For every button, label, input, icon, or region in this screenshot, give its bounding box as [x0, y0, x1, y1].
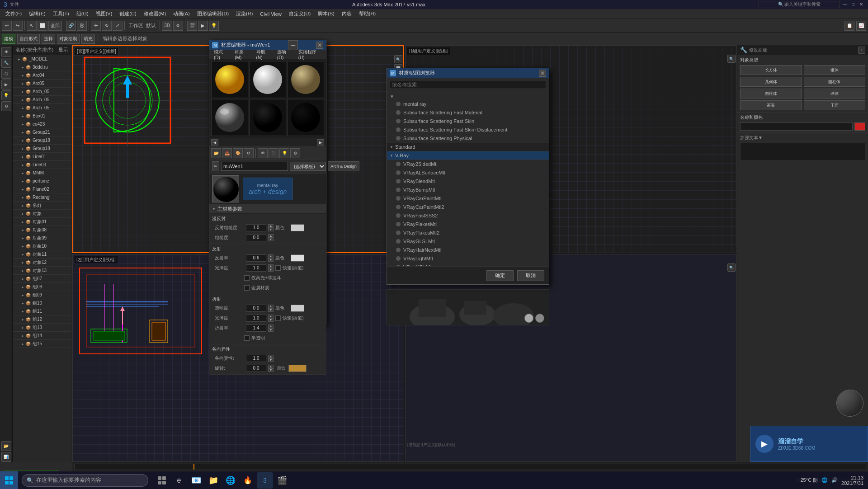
tree-item[interactable]: ▸📦对象09 [13, 234, 71, 242]
taskbar-app-firefox[interactable]: 🔥 [240, 472, 256, 489]
cylinder-btn[interactable]: 图柱体 [740, 89, 802, 99]
tree-item[interactable]: ▸📦组10 [13, 299, 71, 307]
plane-btn[interactable]: 干面 [804, 100, 866, 110]
layer-explorer-btn[interactable]: 📊 [1, 452, 11, 462]
right-panel-controls[interactable]: + [858, 47, 865, 54]
tree-item[interactable]: ▸📦perfume [13, 177, 71, 185]
transparency-input[interactable] [246, 305, 266, 312]
tree-item[interactable]: ▸📦3ddd.ru [13, 63, 71, 71]
menu-edit[interactable]: 编辑(E) [25, 9, 49, 18]
timeline-playhead[interactable] [193, 464, 194, 470]
menu-script[interactable]: 脚本(S) [314, 9, 338, 18]
arch-design-btn[interactable]: Arch & Design [328, 161, 359, 171]
paint-btn[interactable]: 对象绘制 [57, 34, 80, 44]
tree-item[interactable]: ▸📦组12 [13, 315, 71, 324]
utility-panel-btn[interactable]: ⚙ [1, 101, 11, 111]
tree-item[interactable]: ▸📦对象08 [13, 226, 71, 234]
prev-btn[interactable] [524, 314, 533, 323]
mat-mode-menu[interactable]: 模式(D) [211, 48, 231, 61]
add-modifier-btn[interactable]: + [858, 47, 865, 54]
tree-item[interactable]: ▸📦Arc04 [13, 71, 71, 80]
vray-category-header[interactable]: V-Ray [387, 151, 549, 160]
render-setup-btn[interactable]: 🎬 [187, 21, 197, 31]
diffuse-color-swatch[interactable] [291, 224, 304, 231]
browser-ok-btn[interactable]: 确定 [486, 270, 514, 281]
maximize-btn[interactable]: □ [850, 1, 856, 7]
refr-color-swatch[interactable] [291, 305, 304, 312]
menu-view[interactable]: 视图(V) [92, 9, 116, 18]
standard-category-header[interactable]: Standard [387, 143, 549, 151]
object-name-input[interactable] [740, 122, 853, 131]
menu-group[interactable]: 组(G) [73, 9, 92, 18]
glossiness-input[interactable] [246, 264, 266, 272]
tree-item[interactable]: ▸📦组08 [13, 283, 71, 291]
mat-sphere-1[interactable] [211, 61, 248, 98]
mat-sphere-5[interactable] [249, 99, 286, 136]
sphere-btn[interactable]: 几何体 [740, 77, 802, 87]
tree-item[interactable]: ▸📦组14 [13, 332, 71, 340]
tree-item[interactable]: ▸📦组13 [13, 324, 71, 332]
window-controls[interactable]: 🔍 输入关键字和搜索 — □ ✕ [759, 1, 864, 8]
browser-item-ss-skin[interactable]: Subsurface Scattering Fast Skin [387, 117, 549, 126]
mat-sphere-3[interactable] [287, 61, 324, 98]
translucency-checkbox[interactable] [244, 335, 250, 341]
redo-btn[interactable]: ↪ [13, 21, 23, 31]
diffuse-roughness-spinner[interactable]: ▲▼ [268, 224, 274, 231]
tree-item[interactable]: ▸📦Rectangl [13, 193, 71, 202]
select-btn[interactable]: ↖ [27, 21, 37, 31]
scene-explorer-btn[interactable]: 📂 [1, 441, 11, 451]
tree-item[interactable]: ▸📦吊灯 [13, 202, 71, 210]
render-btn[interactable]: ▶ [198, 21, 208, 31]
box-btn[interactable]: 长方体 [740, 65, 802, 75]
refr-ior-input[interactable] [246, 315, 266, 322]
start-button[interactable] [0, 471, 18, 489]
rotation-input[interactable] [246, 365, 266, 372]
activeshade-btn[interactable]: 💡 [209, 21, 219, 31]
tree-item[interactable]: ▸📦Box01 [13, 112, 71, 120]
tree-item[interactable]: ▸📦组15 [13, 340, 71, 348]
link-btn[interactable]: 🔗 [66, 21, 76, 31]
tree-item[interactable]: ▸📦_MODEL [13, 55, 71, 63]
taskbar-app-folder[interactable]: 📁 [205, 472, 222, 489]
unlink-btn[interactable]: ⛓ [77, 21, 87, 31]
tree-item[interactable]: ▸📦Line01 [13, 153, 71, 161]
mat-sphere-6[interactable] [287, 99, 324, 136]
refl-color-swatch[interactable] [291, 254, 304, 262]
browser-item-vraycar2[interactable]: VRayCarPaintMtl2 [387, 203, 549, 212]
metal-checkbox[interactable] [244, 285, 250, 291]
sphere-scroll-left-btn[interactable]: ◀ [211, 139, 218, 146]
browser-item-vrayhair[interactable]: VRayHairNextMtl [387, 246, 549, 254]
rotation-color-swatch[interactable] [288, 365, 307, 372]
diffuse-rough2-input[interactable] [246, 234, 266, 241]
browser-item-vrayglsl[interactable]: VRayGLSLMtl [387, 237, 549, 246]
tree-item[interactable]: ▸📦Arch_05 [13, 88, 71, 96]
browser-item-ss-disp[interactable]: Subsurface Scattering Fast Skin+Displace… [387, 126, 549, 134]
tree-item[interactable]: ▸📦Group18 [13, 145, 71, 153]
minimize-btn[interactable]: — [842, 1, 848, 7]
scene-tree[interactable]: ▸📦_MODEL▸📦3ddd.ru▸📦Arc04▸📦Arc05▸📦Arch_05… [13, 55, 71, 449]
refr-fast-checkbox[interactable] [275, 315, 281, 321]
geosphere-btn[interactable]: 圆柱体 [804, 77, 866, 87]
browser-item-vraylight[interactable]: VRayLightMtl [387, 254, 549, 263]
browser-item-vrayflakes[interactable]: VRayFlakesMtl [387, 220, 549, 229]
modify-panel-btn[interactable]: 🔧 [1, 58, 11, 68]
viewport-br-tools[interactable]: 🔍 [727, 263, 736, 272]
glossiness-spinner[interactable]: ▲▼ [268, 264, 274, 272]
highlight-only-checkbox[interactable] [244, 275, 250, 281]
mat-reset-btn[interactable]: ↺ [244, 148, 254, 158]
fill-btn[interactable]: 填充 [81, 34, 95, 44]
tree-item[interactable]: ▸📦对象11 [13, 250, 71, 259]
close-browser-btn[interactable]: ✕ [539, 70, 546, 77]
menu-content[interactable]: 内容 [338, 9, 355, 18]
taskbar-app-chrome[interactable]: 🌐 [222, 472, 239, 489]
zoom-extents-btn[interactable]: 🔍 [394, 55, 402, 63]
browser-item-vraybump[interactable]: VRayBumpMtl [387, 186, 549, 194]
material-name-input[interactable] [221, 162, 288, 171]
mat-sphere-2[interactable] [249, 61, 286, 98]
tree-item[interactable]: ▸📦Group21 [13, 128, 71, 136]
zoom-extents-btn-br[interactable]: 🔍 [727, 263, 736, 272]
mat-put-material-btn[interactable]: 📤 [222, 148, 232, 158]
taskbar-app-mail[interactable]: 📧 [188, 472, 204, 489]
torus-btn[interactable]: 茶壶 [740, 100, 802, 110]
color-swatch-main[interactable] [854, 122, 865, 131]
